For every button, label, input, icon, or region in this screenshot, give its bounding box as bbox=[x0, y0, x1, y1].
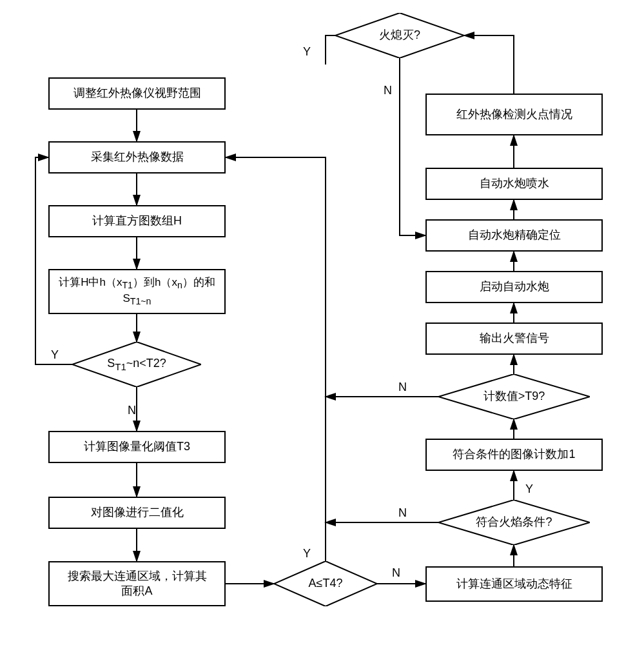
step-spray: 自动水炮喷水 bbox=[425, 168, 603, 200]
label: 自动水炮精确定位 bbox=[468, 228, 561, 243]
t4: S bbox=[122, 292, 130, 304]
label: 对图像进行二值化 bbox=[91, 505, 184, 520]
t2: ）到h（x bbox=[133, 276, 177, 288]
d1s: T1 bbox=[115, 361, 126, 372]
sub2: n bbox=[177, 281, 182, 291]
label: 红外热像检测火点情况 bbox=[456, 107, 572, 122]
label-y2: Y bbox=[303, 547, 311, 561]
step-position-cannon: 自动水炮精确定位 bbox=[425, 219, 603, 252]
step-alarm: 输出火警信号 bbox=[425, 322, 603, 355]
step-start-cannon: 启动自动水炮 bbox=[425, 271, 603, 303]
label: 计算直方图数组H bbox=[92, 213, 182, 228]
l2: 面积A bbox=[121, 584, 152, 597]
decision-area: A≤T4? bbox=[274, 561, 377, 606]
label: 启动自动水炮 bbox=[480, 279, 549, 294]
label: 计数值>T9? bbox=[483, 390, 545, 404]
label-n2: N bbox=[392, 566, 400, 580]
label: 符合火焰条件? bbox=[476, 515, 552, 530]
decision-flame: 符合火焰条件? bbox=[438, 500, 590, 545]
step-sum: 计算H中h（xT1）到h（xn）的和 ST1~n bbox=[48, 269, 226, 314]
step-collect-data: 采集红外热像数据 bbox=[48, 141, 226, 174]
sub1: T1 bbox=[122, 281, 133, 291]
step-histogram: 计算直方图数组H bbox=[48, 205, 226, 237]
label-n-top: N bbox=[384, 84, 392, 97]
d1a: S bbox=[107, 357, 115, 370]
sub3: T1~n bbox=[130, 296, 151, 306]
decision-extinguished: 火熄灭? bbox=[335, 13, 464, 58]
step-binarize: 对图像进行二值化 bbox=[48, 497, 226, 529]
step-search-area: 搜索最大连通区域，计算其 面积A bbox=[48, 561, 226, 606]
label: 采集红外热像数据 bbox=[91, 150, 184, 164]
l1: 搜索最大连通区域，计算其 bbox=[68, 570, 207, 582]
d1r: ~n<T2? bbox=[126, 357, 166, 370]
label: A≤T4? bbox=[309, 577, 343, 591]
label: 火熄灭? bbox=[379, 28, 420, 43]
step-detect-fire: 红外热像检测火点情况 bbox=[425, 94, 603, 135]
label: 输出火警信号 bbox=[480, 331, 549, 346]
decision-count: 计数值>T9? bbox=[438, 374, 590, 419]
label: 符合条件的图像计数加1 bbox=[453, 447, 575, 462]
label-y3: Y bbox=[525, 482, 533, 496]
label-n1: N bbox=[128, 404, 136, 417]
label: 计算图像量化阈值T3 bbox=[84, 439, 190, 454]
label-n3: N bbox=[398, 506, 407, 520]
t3: ）的和 bbox=[182, 276, 215, 288]
label: 调整红外热像仪视野范围 bbox=[73, 86, 201, 101]
label: 自动水炮喷水 bbox=[480, 176, 549, 191]
step-threshold: 计算图像量化阈值T3 bbox=[48, 431, 226, 463]
label-y-top: Y bbox=[303, 45, 311, 59]
t1: 计算H中h（x bbox=[59, 276, 122, 288]
label-n4: N bbox=[398, 381, 407, 394]
step-count: 符合条件的图像计数加1 bbox=[425, 439, 603, 471]
decision-st1: ST1~n<T2? bbox=[72, 342, 201, 387]
label-y1: Y bbox=[51, 348, 59, 362]
step-dynamic-features: 计算连通区域动态特征 bbox=[425, 566, 603, 602]
label: 计算连通区域动态特征 bbox=[456, 577, 572, 591]
step-adjust-fov: 调整红外热像仪视野范围 bbox=[48, 77, 226, 110]
